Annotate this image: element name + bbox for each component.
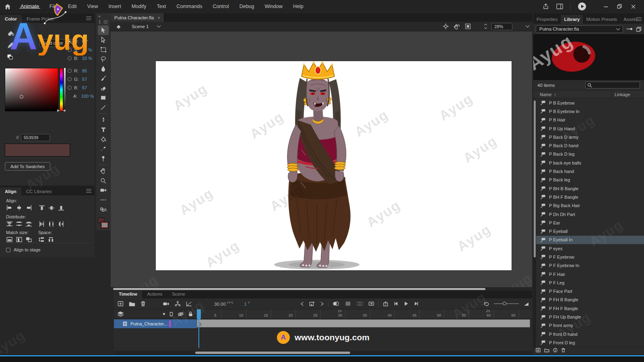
text-tool[interactable]	[98, 125, 109, 134]
step-forward-button[interactable]	[414, 301, 419, 306]
menu-item[interactable]: Window	[260, 4, 288, 9]
panel-menu-icon[interactable]	[86, 189, 91, 193]
timeline-zoom-max-icon[interactable]	[524, 302, 529, 306]
scrollbar-thumb[interactable]	[113, 288, 485, 290]
library-item[interactable]: P FH Up Bangle	[533, 313, 644, 321]
zoom-dropdown-icon[interactable]	[526, 24, 530, 28]
pen-tool[interactable]	[98, 115, 109, 125]
right-panel-tab[interactable]: Properties	[533, 15, 561, 24]
home-icon[interactable]	[0, 4, 15, 10]
layer-name[interactable]: Putna_Character...	[130, 321, 167, 326]
hex-input[interactable]: 553939	[21, 134, 50, 141]
s-radio[interactable]	[68, 48, 72, 52]
next-keyframe-button[interactable]	[320, 302, 324, 306]
delete-item-button[interactable]	[561, 348, 566, 352]
edit-multiple-frames-button[interactable]	[357, 301, 363, 306]
subselection-tool[interactable]	[98, 35, 109, 45]
color-panel-tab[interactable]: Color	[0, 15, 22, 23]
library-item[interactable]: P BH B Bangle	[533, 184, 644, 193]
export-frame-button[interactable]	[383, 301, 388, 306]
pasteboard[interactable]: Ayug Ayug Ayug Ayug Ayug Ayug Ayug Ayug …	[111, 31, 532, 287]
library-item[interactable]: P back eye balls	[533, 158, 644, 167]
color-picker-marker[interactable]	[20, 95, 23, 99]
close-button[interactable]	[626, 1, 640, 12]
menu-item[interactable]: Text	[152, 4, 171, 9]
distribute-right-button[interactable]	[58, 221, 64, 227]
align-right-button[interactable]	[25, 205, 32, 211]
library-item[interactable]: P F Eyebrow In	[533, 261, 644, 270]
library-item[interactable]: P Back hand	[533, 167, 644, 175]
library-item[interactable]: P Back leg	[533, 176, 644, 184]
lasso-tool[interactable]	[98, 54, 109, 64]
scrollbar-thumb[interactable]	[195, 352, 350, 354]
library-item[interactable]: P Dn Dh Part	[533, 210, 644, 218]
color-panel-tab[interactable]: Frame Picker	[22, 15, 59, 23]
right-panel-tab[interactable]: Motion Presets	[583, 15, 620, 24]
library-search-input[interactable]	[585, 82, 640, 88]
hide-column-icon[interactable]	[178, 312, 184, 317]
align-left-button[interactable]	[6, 205, 13, 211]
space-horizontal-button[interactable]	[48, 237, 55, 243]
menu-item[interactable]: Animate	[15, 4, 44, 9]
test-movie-button[interactable]	[578, 2, 586, 10]
stage[interactable]: Ayug Ayug Ayug Ayug Ayug Ayug Ayug Ayug …	[156, 61, 512, 270]
timeline-tab[interactable]: Scene	[167, 291, 190, 298]
library-document-select[interactable]: Putna Character.fla	[536, 25, 623, 33]
library-item[interactable]: P Back D hand	[533, 141, 644, 150]
playhead[interactable]	[197, 309, 201, 319]
saturation-brightness-picker[interactable]	[5, 68, 58, 111]
hand-tool[interactable]	[98, 166, 109, 176]
properties-button[interactable]	[553, 348, 557, 352]
step-back-button[interactable]	[394, 301, 398, 306]
workspace-icon[interactable]	[556, 4, 563, 9]
new-library-panel-icon[interactable]	[636, 27, 642, 32]
new-layer-button[interactable]	[118, 301, 124, 306]
ruler[interactable]: 51015202530354045505560651s2s	[197, 309, 532, 319]
hue-slider-arrows[interactable]: ▶◀	[57, 109, 68, 112]
rectangle-tool[interactable]	[98, 93, 109, 103]
scrollbar-thumb[interactable]	[534, 101, 536, 257]
new-symbol-button[interactable]	[536, 348, 541, 352]
align-center-h-button[interactable]	[16, 205, 23, 211]
match-height-button[interactable]	[16, 237, 23, 243]
menu-item[interactable]: Edit	[63, 4, 82, 9]
selection-tool[interactable]	[98, 25, 109, 35]
eyedropper-tool[interactable]	[98, 144, 109, 154]
match-width-button[interactable]	[6, 237, 13, 243]
outline-color-column-icon[interactable]	[163, 313, 165, 315]
camera-tool[interactable]	[98, 185, 109, 195]
library-item[interactable]: P Eyeball In	[533, 236, 644, 244]
align-panel-tab[interactable]: CC Libraries	[21, 187, 57, 195]
library-item[interactable]: P FH F Bangle	[533, 304, 644, 313]
paint-bucket-tool[interactable]	[98, 134, 109, 144]
classic-brush-tool[interactable]	[98, 74, 109, 83]
r-value[interactable]: 85	[82, 68, 87, 73]
library-item[interactable]: P Eyeball	[533, 227, 644, 235]
space-vertical-button[interactable]	[38, 237, 45, 243]
graph-editor-button[interactable]	[186, 301, 192, 306]
library-item[interactable]: P Back D army	[533, 133, 644, 141]
fill-color-tool-icon[interactable]	[7, 42, 14, 49]
library-item[interactable]: P FH B Bangle	[533, 296, 644, 304]
fluid-brush-tool[interactable]	[98, 64, 109, 74]
align-bottom-button[interactable]	[58, 205, 64, 211]
library-item[interactable]: P Big Back Hair	[533, 202, 644, 210]
h-value[interactable]: 0 °	[82, 39, 88, 44]
library-item[interactable]: P Front D leg	[533, 338, 644, 347]
library-item[interactable]: P B Eyebrow	[533, 99, 644, 107]
library-scrollbar[interactable]	[533, 101, 536, 348]
library-item[interactable]: P F Hair	[533, 270, 644, 278]
frame-span[interactable]	[197, 319, 530, 327]
timeline-scrollbar[interactable]	[114, 351, 532, 355]
free-transform-tool[interactable]	[98, 45, 109, 54]
match-both-button[interactable]	[25, 237, 32, 243]
more-tools-button[interactable]	[98, 195, 109, 205]
hue-slider[interactable]	[60, 68, 63, 111]
layer-row[interactable]: Putna_Character...	[114, 319, 197, 328]
panel-menu-icon[interactable]	[636, 17, 642, 21]
zoom-stepper[interactable]	[476, 24, 487, 29]
right-panel-tab[interactable]: Library	[561, 15, 583, 24]
menu-item[interactable]: Insert	[103, 4, 126, 9]
b2-value[interactable]: 57	[82, 85, 87, 90]
align-to-stage-checkbox[interactable]: Align to stage	[6, 247, 41, 252]
